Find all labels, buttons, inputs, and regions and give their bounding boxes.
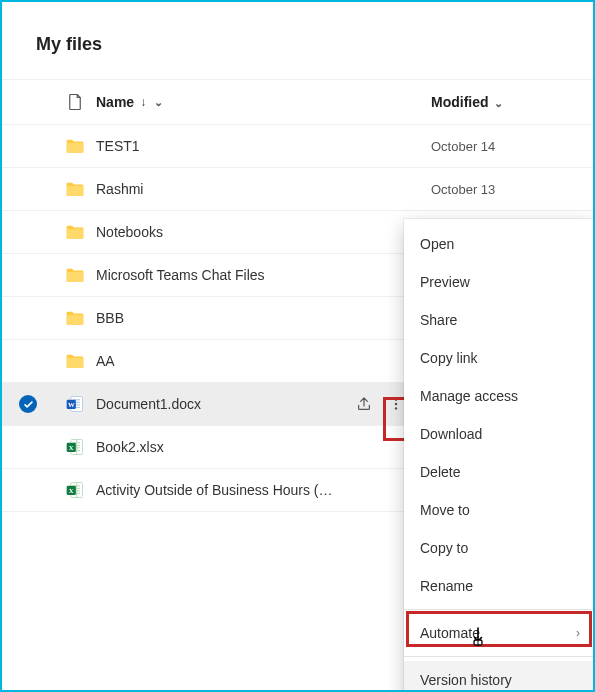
menu-item-share[interactable]: Share [404, 301, 595, 339]
file-name[interactable]: Notebooks [96, 224, 343, 240]
menu-item-label: Share [420, 312, 457, 328]
share-button[interactable] [351, 391, 377, 417]
menu-item-label: Preview [420, 274, 470, 290]
svg-text:X: X [69, 444, 74, 451]
menu-item-label: Copy link [420, 350, 478, 366]
file-name[interactable]: Book2.xlsx [96, 439, 343, 455]
menu-item-label: Rename [420, 578, 473, 594]
svg-text:X: X [69, 487, 74, 494]
menu-item-label: Version history [420, 672, 512, 688]
table-row[interactable]: TEST1October 14 [2, 125, 593, 168]
menu-item-label: Automate [420, 625, 480, 641]
name-column-header[interactable]: Name ↓ ⌄ [96, 94, 343, 110]
file-name[interactable]: Rashmi [96, 181, 343, 197]
type-column-header[interactable] [54, 91, 96, 113]
row-select[interactable] [2, 395, 54, 413]
file-name[interactable]: Microsoft Teams Chat Files [96, 267, 343, 283]
svg-point-9 [395, 407, 397, 409]
svg-point-8 [395, 403, 397, 405]
menu-item-move-to[interactable]: Move to [404, 491, 595, 529]
menu-item-rename[interactable]: Rename [404, 567, 595, 605]
file-name[interactable]: Document1.docx [96, 396, 343, 412]
chevron-down-icon: ⌄ [494, 97, 503, 109]
table-row[interactable]: RashmiOctober 13 [2, 168, 593, 211]
file-name-label: TEST1 [96, 138, 140, 154]
page-title: My files [2, 2, 593, 79]
file-name-label: Document1.docx [96, 396, 201, 412]
menu-item-copy-to[interactable]: Copy to [404, 529, 595, 567]
file-name-label: AA [96, 353, 115, 369]
file-name[interactable]: AA [96, 353, 343, 369]
file-name-label: BBB [96, 310, 124, 326]
file-name-label: Book2.xlsx [96, 439, 164, 455]
file-name-label: Rashmi [96, 181, 143, 197]
svg-text:W: W [68, 401, 75, 408]
menu-item-open[interactable]: Open [404, 225, 595, 263]
menu-item-label: Delete [420, 464, 460, 480]
file-name-label: Activity Outside of Business Hours (10-1… [96, 482, 333, 498]
word-icon: W [54, 394, 96, 414]
folder-icon [54, 222, 96, 242]
menu-separator [404, 609, 595, 610]
excel-icon: X [54, 480, 96, 500]
folder-icon [54, 351, 96, 371]
context-menu: OpenPreviewShareCopy linkManage accessDo… [404, 219, 595, 692]
menu-item-label: Manage access [420, 388, 518, 404]
name-header-label: Name [96, 94, 134, 110]
file-name[interactable]: TEST1 [96, 138, 343, 154]
modified-header-label: Modified [431, 94, 489, 110]
menu-item-delete[interactable]: Delete [404, 453, 595, 491]
folder-icon [54, 136, 96, 156]
menu-item-preview[interactable]: Preview [404, 263, 595, 301]
menu-item-download[interactable]: Download [404, 415, 595, 453]
menu-item-label: Copy to [420, 540, 468, 556]
menu-separator [404, 656, 595, 657]
menu-item-label: Open [420, 236, 454, 252]
file-icon [66, 91, 84, 113]
menu-item-version-history[interactable]: Version history [404, 661, 595, 692]
table-header: Name ↓ ⌄ Modified ⌄ [2, 79, 593, 125]
menu-item-copy-link[interactable]: Copy link [404, 339, 595, 377]
folder-icon [54, 179, 96, 199]
svg-point-7 [395, 398, 397, 400]
file-name[interactable]: Activity Outside of Business Hours (10-1… [96, 482, 343, 498]
folder-icon [54, 308, 96, 328]
checkmark-icon [19, 395, 37, 413]
menu-item-automate[interactable]: Automate› [404, 614, 595, 652]
folder-icon [54, 265, 96, 285]
sort-arrow-icon: ↓ [140, 95, 146, 109]
file-name-label: Microsoft Teams Chat Files [96, 267, 265, 283]
modified-column-header[interactable]: Modified ⌄ [415, 94, 593, 110]
file-name-label: Notebooks [96, 224, 163, 240]
chevron-down-icon: ⌄ [154, 96, 163, 109]
excel-icon: X [54, 437, 96, 457]
file-name[interactable]: BBB [96, 310, 343, 326]
menu-item-manage-access[interactable]: Manage access [404, 377, 595, 415]
chevron-right-icon: › [576, 626, 580, 640]
modified-cell: October 14 [415, 139, 593, 154]
menu-item-label: Move to [420, 502, 470, 518]
modified-cell: October 13 [415, 182, 593, 197]
menu-item-label: Download [420, 426, 482, 442]
